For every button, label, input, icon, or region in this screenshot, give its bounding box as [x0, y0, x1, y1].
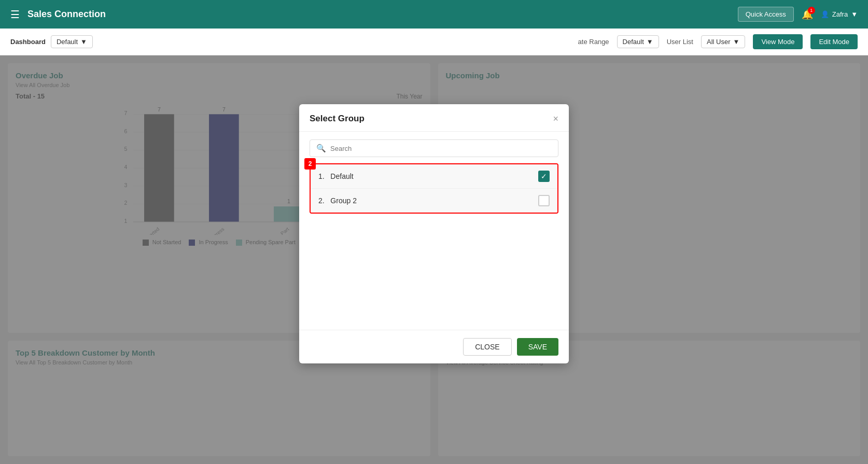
modal-title: Select Group: [310, 114, 365, 124]
chevron-down-icon: ▼: [80, 38, 87, 46]
bell-container: 🔔 1: [802, 9, 813, 20]
user-menu[interactable]: 👤 Zafra ▼: [821, 10, 858, 18]
date-range-dropdown[interactable]: Default ▼: [617, 35, 659, 48]
user-icon: 👤: [821, 10, 829, 18]
quick-access-button[interactable]: Quick Access: [738, 7, 794, 22]
chevron-down-icon: ▼: [733, 38, 740, 46]
group-name-group2: Group 2: [330, 196, 357, 205]
user-list-value: All User: [707, 38, 731, 46]
chevron-down-icon: ▼: [647, 38, 653, 46]
top-navigation: ☰ Sales Connection Quick Access 🔔 1 👤 Za…: [0, 0, 868, 29]
main-content: Overdue Job View All Overdue Job Total -…: [0, 55, 868, 464]
modal-header: Select Group ×: [299, 104, 569, 132]
group-list: 1. Default ✓ 2. Group 2: [310, 163, 558, 214]
nav-left: ☰ Sales Connection: [10, 8, 106, 21]
checkbox-default-checked[interactable]: ✓: [538, 171, 550, 182]
search-icon: 🔍: [316, 144, 326, 153]
group-number-2: 2.: [318, 196, 325, 205]
group-list-container: 2 1. Default ✓ 2. Group 2: [310, 163, 558, 214]
group-item-group2[interactable]: 2. Group 2: [311, 189, 557, 213]
search-input[interactable]: [330, 145, 552, 152]
dashboard-default-dropdown[interactable]: Default ▼: [51, 35, 93, 48]
modal-close-button[interactable]: ×: [553, 114, 558, 123]
search-container: 🔍: [310, 139, 558, 157]
dashboard-default-value: Default: [57, 38, 78, 46]
modal-footer: CLOSE SAVE: [299, 330, 569, 363]
chevron-down-icon: ▼: [851, 10, 858, 18]
toolbar: Dashboard Default ▼ ate Range Default ▼ …: [0, 29, 868, 55]
group-name-default: Default: [330, 172, 353, 180]
group-item-label-default: 1. Default: [318, 172, 354, 180]
group-number-1: 1.: [318, 172, 325, 180]
view-mode-button[interactable]: View Mode: [753, 34, 803, 49]
toolbar-left: Dashboard Default ▼: [10, 35, 93, 48]
user-list-label: User List: [667, 38, 693, 46]
hamburger-icon[interactable]: ☰: [10, 8, 20, 21]
app-title: Sales Connection: [27, 9, 106, 20]
user-list-dropdown[interactable]: All User ▼: [701, 35, 745, 48]
close-button[interactable]: CLOSE: [463, 338, 511, 356]
group-count-badge: 2: [304, 158, 316, 170]
checkbox-group2-unchecked[interactable]: [538, 195, 550, 206]
notification-badge: 1: [808, 7, 815, 14]
select-group-modal: Select Group × 🔍 2 1. Default: [299, 104, 569, 363]
nav-right: Quick Access 🔔 1 👤 Zafra ▼: [738, 7, 858, 22]
edit-mode-button[interactable]: Edit Mode: [810, 34, 858, 49]
date-range-value: Default: [623, 38, 644, 46]
group-item-label-group2: 2. Group 2: [318, 196, 357, 205]
dashboard-label: Dashboard: [10, 38, 46, 46]
date-range-label: ate Range: [578, 38, 609, 46]
user-name: Zafra: [832, 10, 848, 18]
save-button[interactable]: SAVE: [517, 338, 558, 356]
group-item-default[interactable]: 1. Default ✓: [311, 164, 557, 189]
toolbar-right: ate Range Default ▼ User List All User ▼…: [578, 34, 858, 49]
modal-body: 🔍 2 1. Default ✓: [299, 132, 569, 330]
